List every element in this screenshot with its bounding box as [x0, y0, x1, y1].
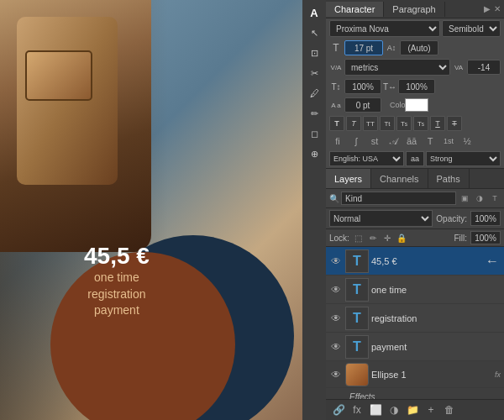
- tool-eraser-icon[interactable]: ◻: [305, 124, 323, 143]
- tool-brush-icon[interactable]: ✏: [305, 104, 323, 123]
- lock-position-icon[interactable]: ✛: [381, 232, 393, 244]
- tool-transform-icon[interactable]: ⊡: [305, 44, 323, 62]
- layer-link-button[interactable]: 🔗: [331, 402, 346, 417]
- layer-name-onetime: one time: [371, 285, 501, 295]
- layers-bottom-bar: 🔗 fx ⬜ ◑ 📁 + 🗑: [326, 399, 504, 420]
- bag-front: [17, 17, 118, 185]
- layer-thumb-registration: T: [345, 307, 369, 330]
- opacity-input[interactable]: [470, 211, 501, 226]
- glyph-ornaments[interactable]: āā: [403, 134, 420, 148]
- tab-layers[interactable]: Layers: [326, 169, 371, 188]
- horizontal-scale-icon: T↔: [383, 82, 396, 92]
- layer-visibility-onetime[interactable]: 👁: [329, 283, 343, 297]
- subscript-button[interactable]: Ts: [413, 116, 428, 131]
- fill-input[interactable]: [470, 231, 501, 244]
- lock-all-icon[interactable]: 🔒: [396, 232, 407, 244]
- canvas-area: 45,5 € one time registration payment: [0, 0, 302, 420]
- search-icon: 🔍: [329, 194, 339, 203]
- small-caps-button[interactable]: Tt: [380, 116, 395, 131]
- layer-fx-ellipse1: fx: [495, 370, 501, 379]
- kerning-icon: V/A: [329, 64, 343, 71]
- underline-button[interactable]: T: [430, 116, 445, 131]
- kerning-row: V/A metrics VA: [326, 57, 504, 77]
- color-label: Color:: [390, 101, 403, 109]
- tab-paragraph[interactable]: Paragraph: [384, 2, 444, 17]
- layer-visibility-ellipse1[interactable]: 👁: [329, 368, 343, 381]
- layer-thumb-ellipse1: [345, 363, 369, 386]
- character-panel-header: Character Paragraph ▶ ✕: [326, 0, 504, 18]
- language-select[interactable]: English: USA: [329, 151, 404, 166]
- baseline-input[interactable]: [344, 97, 381, 113]
- leading-input[interactable]: [400, 40, 438, 55]
- layer-group-ellipse1: 👁 Ellipse 1 fx Effects 👁 Drop Shadow: [326, 361, 504, 399]
- glyph-stylistic[interactable]: st: [366, 134, 383, 148]
- tool-crop-icon[interactable]: ✂: [305, 64, 323, 82]
- panel-collapse-icon[interactable]: ✕: [494, 4, 501, 13]
- layer-new-button[interactable]: +: [423, 402, 438, 417]
- effects-label-ellipse1: Effects: [349, 392, 375, 400]
- layer-style-button[interactable]: fx: [349, 402, 365, 417]
- layer-mask-button[interactable]: ⬜: [368, 402, 383, 417]
- tool-text-icon[interactable]: A: [305, 3, 323, 22]
- tracking-icon: VA: [452, 64, 465, 71]
- lock-image-icon[interactable]: ✏: [367, 232, 379, 244]
- layer-item-price[interactable]: 👁 T 45,5 € ←: [326, 247, 504, 276]
- tab-paths[interactable]: Paths: [428, 169, 470, 188]
- layer-thumb-onetime: T: [345, 278, 369, 302]
- glyph-swash[interactable]: ∫: [348, 134, 365, 148]
- glyph-fractions[interactable]: ½: [459, 134, 475, 148]
- fill-label: Fill:: [454, 234, 467, 243]
- arrow-icon: ←: [486, 254, 499, 269]
- glyph-ligature[interactable]: fi: [329, 134, 346, 148]
- filter-text-icon[interactable]: T: [488, 192, 501, 205]
- font-family-select[interactable]: Proxima Nova: [329, 20, 440, 37]
- blend-mode-select[interactable]: Normal: [329, 210, 433, 227]
- lock-icons-group: ⬚ ✏ ✛ 🔒: [353, 232, 407, 244]
- aa-mode-select[interactable]: Strong: [426, 151, 501, 166]
- layer-group-button[interactable]: 📁: [405, 402, 420, 417]
- glyph-ordinals[interactable]: T: [422, 134, 438, 148]
- font-weight-select[interactable]: Semibold: [442, 20, 501, 37]
- tab-character[interactable]: Character: [326, 2, 384, 17]
- italic-button[interactable]: T: [346, 116, 361, 131]
- color-swatch[interactable]: [405, 98, 428, 112]
- price-subtitle1: one time: [84, 270, 150, 286]
- tool-select-icon[interactable]: ↖: [305, 24, 323, 42]
- layer-item-ellipse1[interactable]: 👁 Ellipse 1 fx: [326, 361, 504, 388]
- font-size-icon: T: [329, 42, 343, 54]
- layers-panel: Layers Channels Paths 🔍 ▣ ◑ T ⬡ ◈ Normal…: [326, 169, 504, 420]
- style-buttons-row: T T TT Tt Ts Ts T T: [326, 114, 504, 133]
- tool-zoom-icon[interactable]: ⊕: [305, 144, 323, 163]
- tab-channels[interactable]: Channels: [371, 169, 428, 188]
- tracking-input[interactable]: [467, 60, 501, 75]
- price-display: 45,5 € one time registration payment: [84, 243, 150, 319]
- layer-delete-button[interactable]: 🗑: [442, 402, 457, 417]
- panel-menu-arrow[interactable]: ▶: [484, 4, 491, 13]
- filter-pixel-icon[interactable]: ▣: [458, 192, 471, 205]
- layer-item-payment[interactable]: 👁 T payment: [326, 333, 504, 361]
- glyph-alternates[interactable]: 𝒜: [385, 134, 402, 148]
- superscript-button[interactable]: Ts: [396, 116, 412, 131]
- lock-transparent-icon[interactable]: ⬚: [353, 232, 365, 244]
- layer-visibility-price[interactable]: 👁: [329, 255, 343, 268]
- strikethrough-button[interactable]: T: [447, 116, 462, 131]
- layer-item-registration[interactable]: 👁 T registration: [326, 304, 504, 333]
- tool-eyedropper-icon[interactable]: 🖊: [305, 84, 323, 102]
- layer-adjustment-button[interactable]: ◑: [386, 402, 402, 417]
- layer-visibility-payment[interactable]: 👁: [329, 340, 343, 354]
- opacity-label: Opacity:: [436, 214, 467, 223]
- layer-visibility-registration[interactable]: 👁: [329, 312, 343, 325]
- price-subtitle2: registration: [84, 286, 150, 303]
- kind-filter-input[interactable]: [341, 192, 456, 205]
- horizontal-scale-input[interactable]: [398, 79, 435, 94]
- layers-tabs: Layers Channels Paths: [326, 169, 504, 189]
- layer-item-onetime[interactable]: 👁 T one time: [326, 276, 504, 304]
- font-size-input[interactable]: [344, 40, 383, 55]
- vertical-scale-icon: T↕: [329, 82, 343, 92]
- kerning-select[interactable]: metrics: [344, 59, 450, 76]
- bold-button[interactable]: T: [329, 116, 344, 131]
- all-caps-button[interactable]: TT: [363, 116, 378, 131]
- vertical-scale-input[interactable]: [344, 79, 381, 94]
- glyph-superscript[interactable]: 1st: [440, 134, 457, 148]
- filter-adjust-icon[interactable]: ◑: [473, 192, 486, 205]
